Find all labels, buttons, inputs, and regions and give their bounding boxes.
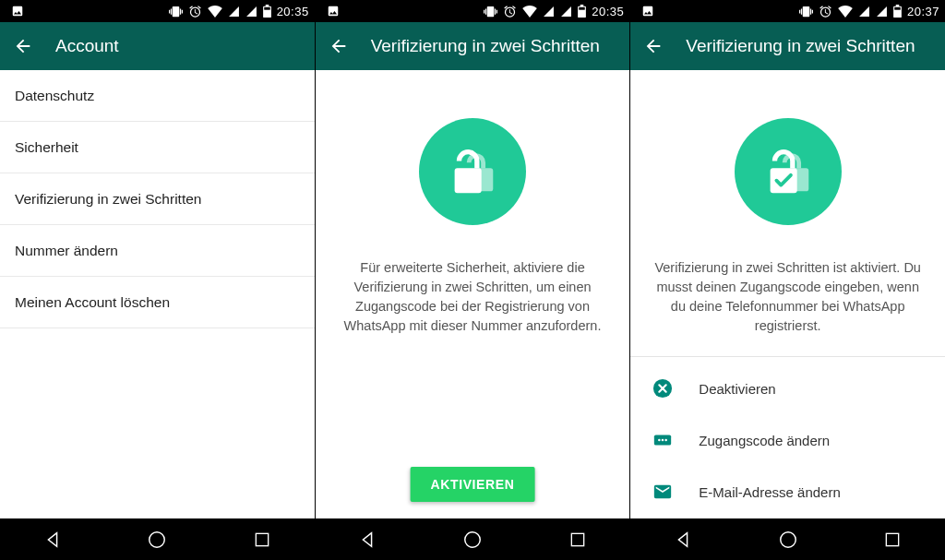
- alarm-icon: [503, 5, 517, 18]
- svg-rect-2: [256, 533, 268, 545]
- svg-point-14: [662, 439, 664, 442]
- intro-text: Für erweiterte Sicherheit, aktiviere die…: [336, 258, 610, 336]
- nav-home-icon[interactable]: [146, 529, 168, 551]
- signal-1-icon: [858, 6, 870, 18]
- signal-2-icon: [560, 6, 572, 18]
- option-email[interactable]: E-Mail-Adresse ändern: [634, 466, 941, 518]
- alarm-icon: [188, 5, 202, 18]
- activate-button[interactable]: AKTIVIEREN: [411, 467, 535, 502]
- screen-two-step-intro: 20:35 Verifizierung in zwei Schritten: [315, 0, 630, 560]
- image-indicator-icon: [641, 5, 654, 18]
- svg-rect-8: [894, 7, 900, 10]
- app-bar: Verifizierung in zwei Schritten: [630, 22, 945, 70]
- clock-time: 20:35: [277, 5, 309, 18]
- pin-icon: [651, 428, 675, 452]
- svg-point-1: [150, 531, 165, 547]
- back-icon[interactable]: [13, 36, 33, 56]
- nav-bar: [0, 518, 315, 560]
- option-label: Zugangscode ändern: [699, 433, 830, 448]
- lock-check-badge-icon: [735, 118, 842, 225]
- option-label: E-Mail-Adresse ändern: [699, 484, 840, 500]
- nav-home-icon[interactable]: [461, 529, 484, 551]
- enabled-text: Verifizierung in zwei Schritten ist akti…: [651, 258, 925, 336]
- wifi-icon: [522, 6, 537, 18]
- nav-back-icon[interactable]: [672, 529, 694, 551]
- vibrate-icon: [169, 5, 183, 18]
- nav-bar: [630, 518, 945, 560]
- back-icon[interactable]: [643, 36, 664, 56]
- signal-2-icon: [245, 6, 257, 18]
- svg-point-16: [780, 531, 795, 547]
- item-account-loeschen[interactable]: Meinen Account löschen: [0, 277, 315, 328]
- two-step-intro-content: Für erweiterte Sicherheit, aktiviere die…: [316, 70, 630, 518]
- screen-title: Account: [55, 36, 119, 56]
- option-zugangscode[interactable]: Zugangscode ändern: [634, 414, 941, 466]
- battery-icon: [578, 5, 586, 18]
- clock-time: 20:37: [907, 5, 939, 18]
- app-bar: Account: [0, 22, 315, 70]
- app-bar: Verifizierung in zwei Schritten: [316, 22, 630, 70]
- screen-title: Verifizierung in zwei Schritten: [686, 36, 915, 56]
- nav-bar: [316, 518, 630, 560]
- svg-point-6: [465, 531, 481, 547]
- account-list: Datenschutz Sicherheit Verifizierung in …: [0, 70, 315, 518]
- back-icon[interactable]: [329, 36, 349, 56]
- status-bar: 20:35: [316, 0, 630, 22]
- clock-time: 20:35: [592, 5, 624, 18]
- image-indicator-icon: [327, 5, 340, 18]
- divider: [630, 356, 945, 357]
- signal-2-icon: [876, 6, 888, 18]
- battery-icon: [893, 5, 902, 18]
- signal-1-icon: [228, 6, 240, 18]
- two-step-enabled-content: Verifizierung in zwei Schritten ist akti…: [630, 70, 945, 518]
- screen-account: 20:35 Account Datenschutz Sicherheit Ver…: [0, 0, 315, 560]
- item-verifizierung[interactable]: Verifizierung in zwei Schritten: [0, 173, 315, 225]
- option-deaktivieren[interactable]: Deaktivieren: [634, 363, 941, 414]
- screen-title: Verifizierung in zwei Schritten: [371, 36, 600, 56]
- nav-home-icon[interactable]: [777, 529, 799, 551]
- option-label: Deaktivieren: [699, 381, 775, 397]
- svg-rect-7: [571, 533, 583, 545]
- nav-back-icon[interactable]: [356, 529, 378, 551]
- wifi-icon: [208, 6, 222, 18]
- svg-point-15: [665, 439, 668, 442]
- svg-point-13: [658, 439, 661, 442]
- nav-back-icon[interactable]: [42, 529, 64, 551]
- close-circle-icon: [651, 376, 675, 400]
- lock-badge-icon: [419, 118, 526, 225]
- item-sicherheit[interactable]: Sicherheit: [0, 122, 315, 173]
- nav-recents-icon[interactable]: [251, 529, 273, 551]
- image-indicator-icon: [11, 5, 24, 18]
- nav-recents-icon[interactable]: [567, 529, 589, 551]
- vibrate-icon: [799, 5, 813, 18]
- status-bar: 20:37: [630, 0, 945, 22]
- item-datenschutz[interactable]: Datenschutz: [0, 70, 315, 122]
- battery-icon: [263, 5, 271, 18]
- item-nummer-aendern[interactable]: Nummer ändern: [0, 225, 315, 277]
- svg-rect-17: [887, 533, 899, 545]
- screen-two-step-enabled: 20:37 Verifizierung in zwei Schritten: [629, 0, 945, 560]
- svg-rect-0: [264, 7, 269, 10]
- status-bar: 20:35: [0, 0, 315, 22]
- wifi-icon: [838, 6, 853, 18]
- nav-recents-icon[interactable]: [881, 529, 903, 551]
- vibrate-icon: [484, 5, 497, 18]
- signal-1-icon: [543, 6, 555, 18]
- svg-rect-3: [580, 7, 585, 10]
- email-icon: [651, 480, 675, 504]
- alarm-icon: [819, 5, 832, 18]
- svg-rect-5: [455, 168, 482, 193]
